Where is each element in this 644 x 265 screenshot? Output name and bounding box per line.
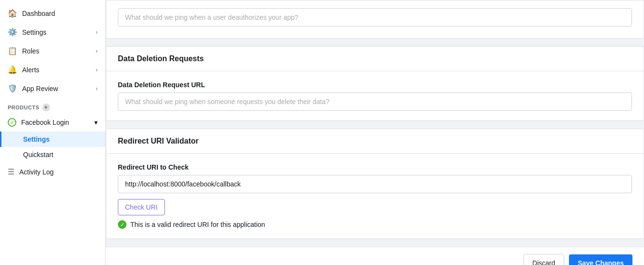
- facebook-login-sub-items: Settings Quickstart: [0, 132, 105, 162]
- add-product-button[interactable]: +: [42, 104, 50, 111]
- redirect-uri-input[interactable]: [118, 175, 632, 193]
- sidebar-sub-item-settings[interactable]: Settings: [0, 132, 105, 147]
- activity-log-icon: ☰: [8, 167, 14, 176]
- quickstart-label: Quickstart: [23, 151, 53, 159]
- sidebar-item-roles-label: Roles: [22, 47, 39, 55]
- settings-sub-label: Settings: [23, 135, 50, 143]
- facebook-login-label: Facebook Login: [21, 119, 69, 126]
- sidebar-item-facebook-login[interactable]: ✓ Facebook Login ▾: [0, 113, 105, 132]
- app-review-icon: 🛡️: [8, 84, 17, 93]
- settings-icon: ⚙️: [8, 27, 17, 37]
- sidebar-item-alerts[interactable]: 🔔 Alerts ›: [0, 60, 105, 79]
- sidebar-item-app-review-label: App Review: [22, 85, 58, 93]
- sidebar-item-alerts-label: Alerts: [22, 66, 39, 74]
- alerts-icon: 🔔: [8, 65, 17, 74]
- redirect-uri-label: Redirect URI to Check: [118, 163, 632, 171]
- data-deletion-section: Data Deletion Requests Data Deletion Req…: [106, 46, 644, 121]
- activity-log-label: Activity Log: [19, 168, 54, 176]
- sidebar: 🏠 Dashboard ⚙️ Settings › 📋 Roles › 🔔 Al…: [0, 0, 106, 265]
- sidebar-item-roles[interactable]: 📋 Roles ›: [0, 41, 105, 60]
- facebook-login-check-icon: ✓: [8, 118, 16, 127]
- roles-icon: 📋: [8, 46, 17, 55]
- facebook-login-arrow-icon: ▾: [94, 119, 98, 126]
- sidebar-sub-item-quickstart[interactable]: Quickstart: [0, 147, 105, 162]
- sidebar-item-dashboard[interactable]: 🏠 Dashboard: [0, 4, 105, 23]
- deauth-input-wrapper: [106, 0, 644, 38]
- data-deletion-header: Data Deletion Requests: [106, 47, 644, 71]
- redirect-field-area: Redirect URI to Check Check URI ✓ This i…: [106, 154, 644, 238]
- sidebar-item-settings-label: Settings: [22, 28, 47, 36]
- app-review-arrow-icon: ›: [96, 85, 98, 92]
- check-uri-button[interactable]: Check URI: [118, 199, 165, 215]
- dashboard-icon: 🏠: [8, 9, 17, 18]
- deauth-section: [106, 0, 644, 39]
- products-section-label: PRODUCTS +: [0, 98, 105, 113]
- settings-arrow-icon: ›: [96, 29, 98, 36]
- valid-check-icon: ✓: [118, 220, 126, 229]
- redirect-validator-section: Redirect URI Validator Redirect URI to C…: [106, 129, 644, 239]
- roles-arrow-icon: ›: [96, 48, 98, 54]
- redirect-validator-header: Redirect URI Validator: [106, 129, 644, 154]
- deauth-url-input[interactable]: [118, 8, 632, 26]
- data-deletion-url-input[interactable]: [118, 93, 632, 111]
- save-changes-button[interactable]: Save Changes: [569, 254, 632, 265]
- sidebar-item-app-review[interactable]: 🛡️ App Review ›: [0, 79, 105, 98]
- sidebar-item-settings[interactable]: ⚙️ Settings ›: [0, 23, 105, 41]
- sidebar-item-dashboard-label: Dashboard: [22, 10, 55, 17]
- data-deletion-url-label: Data Deletion Request URL: [118, 81, 632, 89]
- footer-bar: Discard Save Changes: [106, 247, 644, 265]
- main-content: Data Deletion Requests Data Deletion Req…: [106, 0, 644, 265]
- discard-button[interactable]: Discard: [523, 254, 564, 265]
- data-deletion-field-group: Data Deletion Request URL: [106, 71, 644, 120]
- content-area: Data Deletion Requests Data Deletion Req…: [106, 0, 644, 247]
- valid-message: ✓ This is a valid redirect URI for this …: [118, 220, 632, 229]
- alerts-arrow-icon: ›: [96, 66, 98, 73]
- sidebar-item-activity-log[interactable]: ☰ Activity Log: [0, 162, 105, 181]
